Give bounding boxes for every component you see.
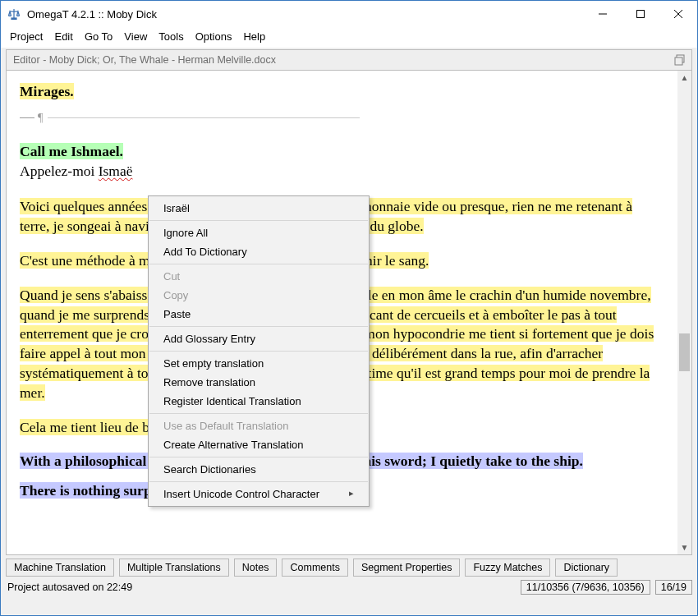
menu-separator [149,326,368,327]
tab-segment-properties[interactable]: Segment Properties [353,559,460,577]
editor-header: Editor - Moby Dick; Or, The Whale - Herm… [6,49,692,71]
window-title: OmegaT 4.2.1 :: Moby Dick [27,8,584,21]
menu-separator [149,413,368,414]
spellcheck-error[interactable]: Ismaë [99,163,133,179]
tab-fuzzy-matches[interactable]: Fuzzy Matches [465,559,550,577]
segment: Mirages. [20,83,74,99]
scroll-down-icon[interactable]: ▼ [677,540,691,554]
editor-header-text: Editor - Moby Dick; Or, The Whale - Herm… [13,54,276,66]
titlebar: OmegaT 4.2.1 :: Moby Dick [1,1,697,27]
ctx-remove-translation[interactable]: Remove translation [149,373,369,392]
statusbar: Project autosaved on 22:49 11/10356 (7/9… [6,580,692,595]
ctx-set-empty-translation[interactable]: Set empty translation [149,354,369,373]
tab-machine-translation[interactable]: Machine Translation [6,559,114,577]
menu-separator [149,220,368,221]
panel-tabs: Machine TranslationMultiple Translations… [6,559,692,577]
segment-separator: ¶ [20,110,659,126]
svg-rect-0 [11,18,16,20]
ctx-register-identical-translation[interactable]: Register Identical Translation [149,392,369,411]
menu-separator [149,264,368,264]
app-icon [7,7,21,21]
menu-view[interactable]: View [120,29,151,44]
menu-project[interactable]: Project [6,29,47,44]
context-menu: IsraëlIgnore AllAdd To DictionaryCutCopy… [148,195,370,507]
menu-tools[interactable]: Tools [154,29,187,44]
status-position: 16/19 [655,580,692,595]
tab-dictionary[interactable]: Dictionary [555,559,618,577]
window-controls [584,1,697,27]
scroll-up-icon[interactable]: ▲ [677,71,691,85]
restore-pane-icon[interactable] [673,53,687,67]
segment-source: Call me Ishmael. [20,143,123,159]
ctx-create-alternative-translation[interactable]: Create Alternative Translation [149,435,369,454]
scrollbar[interactable]: ▲ ▼ [677,71,691,554]
menu-help[interactable]: Help [239,29,269,44]
ctx-copy: Copy [149,286,369,305]
tab-notes[interactable]: Notes [234,559,278,577]
ctx-cut: Cut [149,267,369,286]
maximize-button[interactable] [622,1,659,27]
ctx-search-dictionaries[interactable]: Search Dictionaries [149,460,369,479]
ctx-paste[interactable]: Paste [149,305,369,324]
ctx-add-glossary-entry[interactable]: Add Glossary Entry [149,329,369,348]
ctx-insert-unicode-control-character[interactable]: Insert Unicode Control Character [149,485,369,503]
menu-separator [149,351,368,352]
ctx-isra-l[interactable]: Israël [149,199,369,218]
menu-options[interactable]: Options [191,29,236,44]
svg-rect-2 [637,11,645,18]
ctx-use-as-default-translation: Use as Default Translation [149,416,369,435]
svg-rect-6 [675,57,682,65]
status-message: Project autosaved on 22:49 [6,582,516,593]
tab-multiple-translations[interactable]: Multiple Translations [119,559,229,577]
ctx-add-to-dictionary[interactable]: Add To Dictionary [149,242,369,261]
menubar: ProjectEditGo ToViewToolsOptionsHelp [1,27,697,48]
menu-edit[interactable]: Edit [50,29,76,44]
ctx-ignore-all[interactable]: Ignore All [149,223,369,242]
menu-separator [149,457,368,457]
scroll-thumb[interactable] [679,333,690,371]
segment-translation[interactable]: Appelez-moi Ismaë [20,163,133,179]
status-counts: 11/10356 (7/9636, 10356) [521,580,650,595]
menu-separator [149,481,368,482]
close-button[interactable] [659,1,697,27]
menu-go-to[interactable]: Go To [80,29,117,44]
tab-comments[interactable]: Comments [282,559,347,577]
minimize-button[interactable] [584,1,622,27]
